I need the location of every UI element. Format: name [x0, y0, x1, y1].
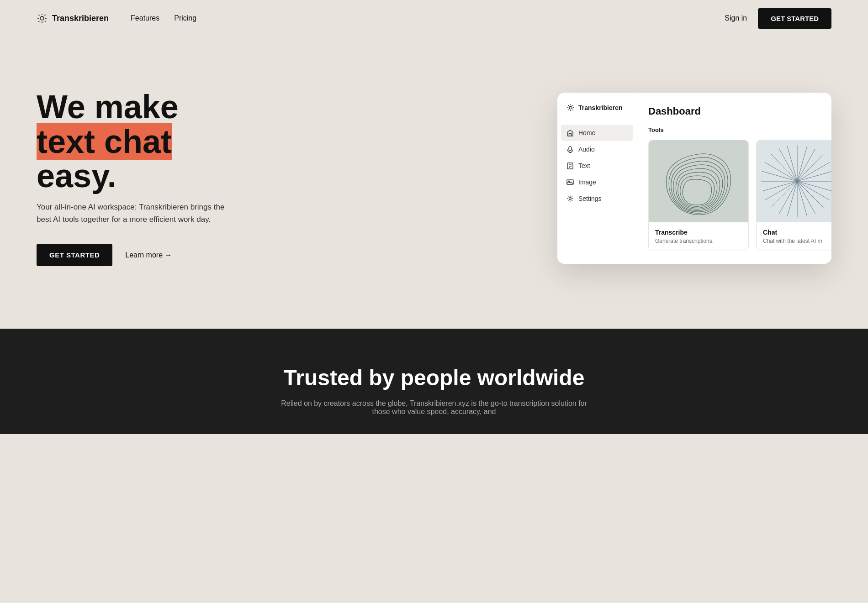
logo[interactable]: Transkribieren — [37, 13, 109, 24]
sidebar-item-audio[interactable]: Audio — [557, 141, 637, 157]
hero-content: We make text chat easy. Your all-in-one … — [37, 90, 238, 266]
trusted-section: Trusted by people worldwide Relied on by… — [0, 329, 868, 434]
tools-label: Tools — [648, 126, 820, 133]
svg-line-17 — [568, 110, 569, 110]
nav-right: Sign in GET STARTED — [725, 8, 831, 29]
audio-icon — [566, 146, 574, 153]
hero-actions: GET STARTED Learn more → — [37, 244, 238, 266]
svg-rect-18 — [569, 147, 572, 151]
sun-burst-illustration — [757, 140, 831, 222]
chat-desc: Chat with the latest AI m — [763, 238, 831, 244]
nav-link-pricing[interactable]: Pricing — [174, 14, 196, 22]
sidebar-logo: Transkribieren — [557, 104, 637, 125]
wave-illustration — [649, 140, 748, 222]
sidebar-item-text[interactable]: Text — [557, 157, 637, 174]
hero-section: We make text chat easy. Your all-in-one … — [0, 37, 868, 329]
svg-line-16 — [572, 105, 573, 106]
svg-line-5 — [38, 15, 39, 16]
sidebar-item-image[interactable]: Image — [557, 174, 637, 190]
hero-highlight: text chat — [37, 123, 172, 160]
hero-subtext: Your all-in-one AI workspace: Transkribi… — [37, 201, 238, 225]
nav-links: Features Pricing — [131, 14, 196, 22]
hero-heading: We make text chat easy. — [37, 90, 238, 194]
tools-grid: Transcribe Generate transcriptions. — [648, 140, 820, 251]
text-icon — [566, 162, 574, 169]
svg-line-8 — [38, 21, 39, 22]
home-icon — [566, 129, 574, 136]
svg-point-0 — [40, 16, 44, 20]
tool-card-chat[interactable]: Chat Chat with the latest AI m — [756, 140, 831, 251]
dashboard-main: Dashboard Tools — [637, 93, 831, 264]
svg-line-6 — [45, 21, 46, 22]
sidebar-logo-icon — [566, 104, 575, 112]
image-icon — [566, 178, 574, 186]
tool-card-transcribe[interactable]: Transcribe Generate transcriptions. — [648, 140, 749, 251]
nav-left: Transkribieren Features Pricing — [37, 13, 196, 24]
svg-line-15 — [572, 110, 573, 110]
transcribe-card-image — [649, 140, 748, 222]
sidebar-item-home[interactable]: Home — [561, 125, 633, 141]
transcribe-card-info: Transcribe Generate transcriptions. — [649, 222, 748, 251]
logo-icon — [37, 13, 48, 24]
sidebar-item-settings[interactable]: Settings — [557, 190, 637, 207]
trusted-title: Trusted by people worldwide — [37, 365, 831, 390]
nav-get-started-button[interactable]: GET STARTED — [758, 8, 831, 29]
trusted-subtitle: Relied on by creators across the globe, … — [274, 399, 594, 416]
svg-line-7 — [45, 15, 46, 16]
chat-title: Chat — [763, 229, 831, 236]
dashboard-mockup: Transkribieren Home Audio — [557, 93, 831, 264]
learn-more-link[interactable]: Learn more → — [125, 251, 172, 259]
svg-line-14 — [568, 105, 569, 106]
svg-rect-28 — [649, 140, 748, 221]
navbar: Transkribieren Features Pricing Sign in … — [0, 0, 868, 37]
settings-icon — [566, 195, 574, 202]
nav-link-features[interactable]: Features — [131, 14, 159, 22]
sign-in-button[interactable]: Sign in — [725, 14, 747, 22]
svg-point-27 — [569, 197, 572, 199]
sidebar: Transkribieren Home Audio — [557, 93, 637, 264]
transcribe-desc: Generate transcriptions. — [655, 238, 742, 244]
svg-point-9 — [569, 106, 572, 109]
dashboard-title: Dashboard — [648, 105, 820, 117]
hero-get-started-button[interactable]: GET STARTED — [37, 244, 112, 266]
chat-card-info: Chat Chat with the latest AI m — [757, 222, 831, 251]
chat-card-image — [757, 140, 831, 222]
transcribe-title: Transcribe — [655, 229, 742, 236]
